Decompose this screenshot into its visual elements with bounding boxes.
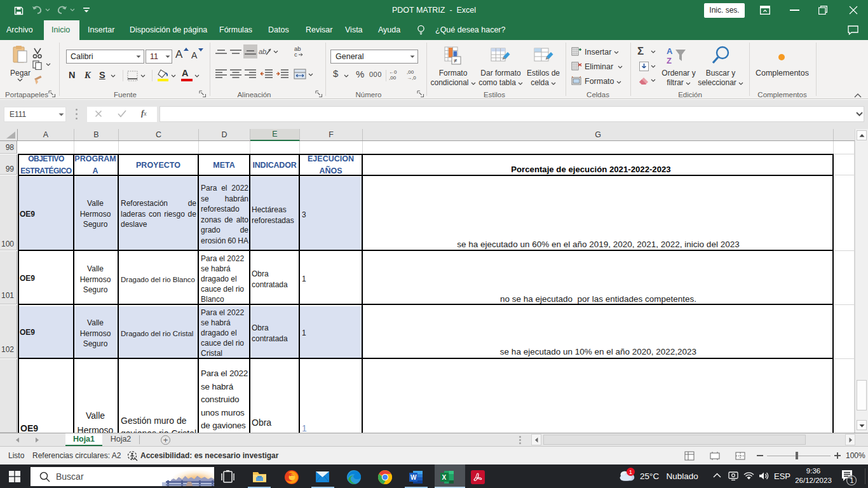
svg-text:1: 1 (850, 477, 854, 484)
svg-text:c: c (294, 51, 297, 58)
svg-text:X: X (442, 474, 447, 481)
svg-text:←0: ←0 (389, 69, 397, 75)
svg-text:ab: ab (259, 48, 266, 55)
svg-text:,00: ,00 (389, 75, 397, 80)
svg-text:W: W (410, 474, 417, 481)
svg-text:≠: ≠ (454, 57, 458, 64)
svg-text:,00: ,00 (407, 69, 414, 75)
svg-text:→,0: →,0 (407, 75, 416, 80)
svg-text:Z: Z (667, 56, 672, 65)
svg-text:A: A (667, 46, 673, 56)
